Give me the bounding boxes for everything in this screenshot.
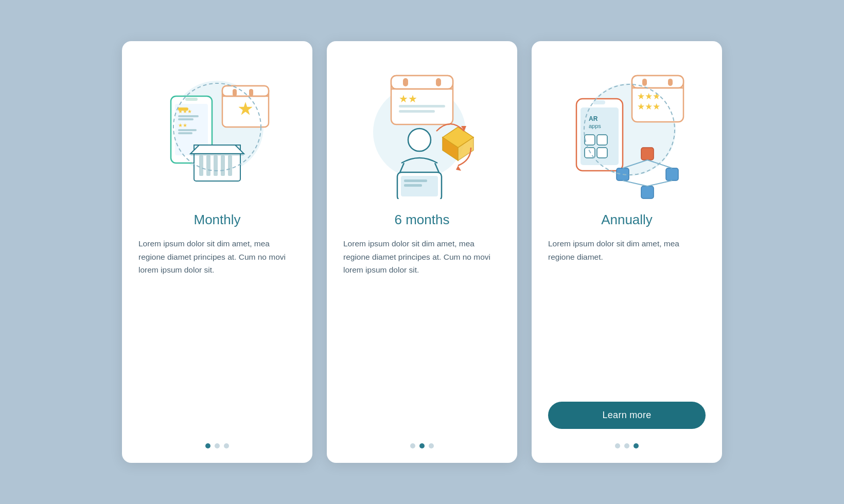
svg-marker-47 bbox=[456, 166, 461, 171]
dot-1 bbox=[615, 443, 620, 448]
svg-rect-50 bbox=[632, 76, 683, 88]
svg-rect-2 bbox=[222, 86, 269, 96]
svg-point-36 bbox=[408, 129, 431, 151]
svg-rect-60 bbox=[585, 135, 595, 145]
svg-rect-53 bbox=[668, 79, 673, 86]
svg-rect-52 bbox=[642, 79, 647, 86]
svg-rect-32 bbox=[436, 78, 441, 86]
dot-3 bbox=[634, 443, 639, 448]
dot-2 bbox=[624, 443, 629, 448]
card-six-months: ★★ bbox=[327, 41, 517, 463]
svg-text:★★: ★★ bbox=[399, 93, 417, 104]
dot-1 bbox=[410, 443, 415, 448]
dot-3 bbox=[429, 443, 434, 448]
learn-more-button[interactable]: Learn more bbox=[548, 402, 706, 429]
svg-rect-23 bbox=[228, 155, 232, 176]
annually-dots bbox=[615, 437, 639, 448]
svg-rect-20 bbox=[206, 155, 210, 176]
cards-container: ★★★ ★★ bbox=[122, 41, 722, 463]
svg-rect-13 bbox=[178, 118, 194, 120]
svg-rect-66 bbox=[617, 168, 629, 181]
svg-line-72 bbox=[647, 181, 672, 186]
svg-rect-22 bbox=[221, 155, 225, 176]
dot-2 bbox=[215, 443, 220, 448]
svg-rect-12 bbox=[178, 115, 199, 117]
svg-rect-42 bbox=[404, 184, 422, 187]
monthly-dots bbox=[205, 437, 229, 448]
six-months-illustration: ★★ bbox=[360, 58, 484, 202]
card-monthly: ★★★ ★★ bbox=[122, 41, 312, 463]
monthly-text: Lorem ipsum dolor sit dim amet, mea regi… bbox=[138, 237, 296, 425]
monthly-title: Monthly bbox=[194, 212, 240, 228]
annually-title: Annually bbox=[601, 212, 653, 228]
svg-rect-29 bbox=[391, 76, 453, 89]
six-months-dots bbox=[410, 437, 434, 448]
svg-text:apps: apps bbox=[589, 123, 601, 129]
six-months-text: Lorem ipsum dolor sit dim amet, mea regi… bbox=[343, 237, 501, 425]
annually-text: Lorem ipsum dolor sit dim amet, mea regi… bbox=[548, 237, 706, 389]
svg-rect-61 bbox=[597, 135, 607, 145]
svg-rect-65 bbox=[641, 148, 654, 160]
svg-rect-17 bbox=[185, 98, 198, 101]
svg-rect-34 bbox=[399, 105, 445, 107]
svg-line-71 bbox=[623, 181, 647, 186]
monthly-illustration: ★★★ ★★ bbox=[155, 58, 279, 202]
svg-rect-15 bbox=[178, 129, 197, 131]
svg-rect-35 bbox=[399, 110, 435, 113]
dot-1 bbox=[205, 443, 210, 448]
svg-rect-4 bbox=[233, 89, 237, 96]
dot-3 bbox=[224, 443, 229, 448]
dot-2 bbox=[419, 443, 425, 448]
svg-text:★★: ★★ bbox=[178, 122, 187, 128]
svg-text:★★★: ★★★ bbox=[178, 109, 192, 114]
card-annually: ★★★ ★★★ AR apps bbox=[532, 41, 722, 463]
svg-rect-25 bbox=[190, 153, 244, 156]
svg-rect-31 bbox=[403, 78, 408, 86]
svg-marker-24 bbox=[190, 145, 244, 154]
svg-rect-19 bbox=[199, 155, 203, 176]
six-months-title: 6 months bbox=[395, 212, 450, 228]
svg-rect-68 bbox=[641, 186, 654, 199]
svg-rect-5 bbox=[249, 89, 253, 96]
annually-illustration: ★★★ ★★★ AR apps bbox=[565, 58, 689, 202]
svg-text:AR: AR bbox=[589, 115, 598, 122]
svg-rect-67 bbox=[666, 168, 678, 181]
svg-rect-16 bbox=[178, 132, 192, 134]
svg-rect-63 bbox=[597, 148, 607, 158]
svg-rect-41 bbox=[404, 179, 427, 182]
svg-text:★★★: ★★★ bbox=[637, 102, 660, 112]
svg-rect-21 bbox=[214, 155, 218, 176]
